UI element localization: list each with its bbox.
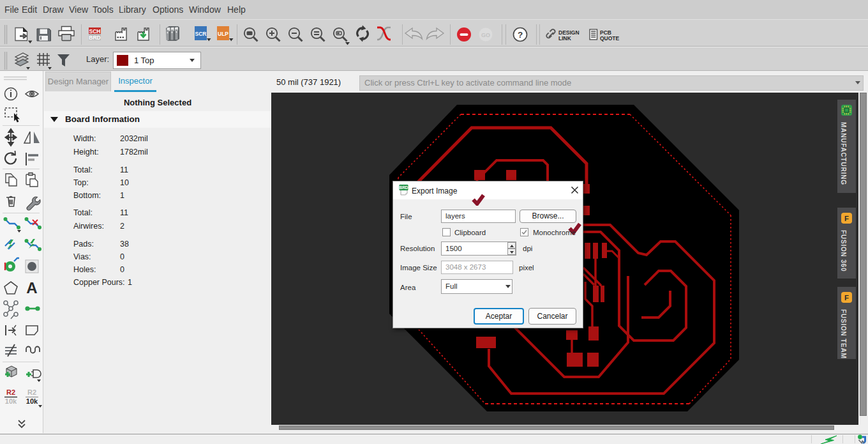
svg-text:BRD: BRD — [399, 185, 408, 190]
svg-text:BRD: BRD — [89, 34, 100, 41]
svg-text:ULP: ULP — [218, 31, 228, 37]
svg-text:LINK: LINK — [558, 35, 572, 42]
svg-text:F: F — [844, 294, 849, 302]
svg-text:GO: GO — [481, 32, 490, 38]
svg-text:10k: 10k — [26, 397, 38, 405]
svg-text:R2: R2 — [6, 388, 15, 396]
svg-text:QUOTE: QUOTE — [600, 35, 620, 42]
svg-text:A: A — [26, 279, 37, 296]
svg-text:SCR: SCR — [195, 31, 207, 37]
svg-text:R2: R2 — [27, 388, 36, 396]
svg-text:SCH: SCH — [89, 28, 101, 34]
svg-text:F: F — [844, 215, 849, 222]
svg-text:?: ? — [518, 30, 523, 40]
svg-text:10k: 10k — [5, 397, 17, 405]
